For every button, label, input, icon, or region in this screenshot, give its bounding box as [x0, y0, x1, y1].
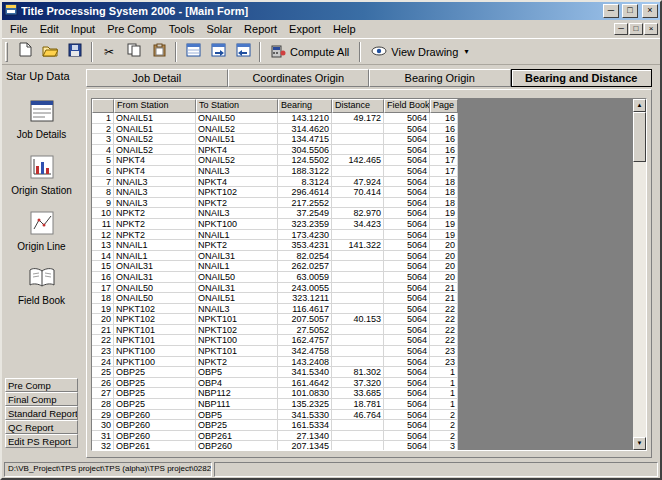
table-row[interactable]: 3ONAIL52ONAIL51134.4715506416 [92, 134, 458, 145]
mdi-restore-button[interactable]: □ [629, 23, 643, 35]
cell-page[interactable]: 2 [430, 410, 458, 421]
cell-bearing[interactable]: 37.2549 [278, 208, 332, 219]
cell-row-number[interactable]: 32 [92, 441, 114, 450]
table-row[interactable]: 20NPKT102NPKT101207.505740.153506422 [92, 314, 458, 325]
cell-page[interactable]: 22 [430, 304, 458, 315]
sidebar-item-origin-station[interactable]: Origin Station [5, 154, 78, 196]
grid-remove-button[interactable] [231, 41, 255, 63]
cell-distance[interactable] [332, 293, 384, 304]
cell-bearing[interactable]: 101.0830 [278, 388, 332, 399]
cell-page[interactable]: 17 [430, 155, 458, 166]
table-row[interactable]: 13NNAIL1NPKT2353.4231141.322506420 [92, 240, 458, 251]
cell-bearing[interactable]: 296.4614 [278, 187, 332, 198]
cell-field-book[interactable]: 5064 [384, 230, 430, 241]
cell-bearing[interactable]: 116.4617 [278, 304, 332, 315]
cell-field-book[interactable]: 5064 [384, 261, 430, 272]
cell-distance[interactable]: 141.322 [332, 240, 384, 251]
cell-field-book[interactable]: 5064 [384, 399, 430, 410]
cell-page[interactable]: 16 [430, 134, 458, 145]
cell-distance[interactable] [332, 283, 384, 294]
cell-bearing[interactable]: 8.3124 [278, 177, 332, 188]
close-button[interactable]: × [642, 4, 658, 18]
cell-row-number[interactable]: 6 [92, 166, 114, 177]
cell-field-book[interactable]: 5064 [384, 272, 430, 283]
cell-field-book[interactable]: 5064 [384, 304, 430, 315]
cell-from-station[interactable]: OBP25 [114, 367, 196, 378]
cell-distance[interactable] [332, 251, 384, 262]
cell-field-book[interactable]: 5064 [384, 219, 430, 230]
cell-bearing[interactable]: 135.2325 [278, 399, 332, 410]
cell-row-number[interactable]: 22 [92, 335, 114, 346]
cell-field-book[interactable]: 5064 [384, 441, 430, 450]
cell-to-station[interactable]: OBP260 [196, 441, 278, 450]
cut-button[interactable]: ✂ [97, 41, 121, 63]
cell-to-station[interactable]: ONAIL31 [196, 283, 278, 294]
cell-bearing[interactable]: 323.1211 [278, 293, 332, 304]
cell-to-station[interactable]: NPKT100 [196, 219, 278, 230]
cell-bearing[interactable]: 262.0257 [278, 261, 332, 272]
cell-distance[interactable]: 49.172 [332, 113, 384, 124]
cell-bearing[interactable]: 341.5330 [278, 410, 332, 421]
cell-bearing[interactable]: 143.1210 [278, 113, 332, 124]
cell-field-book[interactable]: 5064 [384, 177, 430, 188]
cell-row-number[interactable]: 17 [92, 283, 114, 294]
copy-button[interactable] [122, 41, 146, 63]
cell-page[interactable]: 18 [430, 177, 458, 188]
cell-from-station[interactable]: NPKT2 [114, 219, 196, 230]
cell-page[interactable]: 1 [430, 388, 458, 399]
cell-row-number[interactable]: 8 [92, 187, 114, 198]
cell-bearing[interactable]: 27.1340 [278, 431, 332, 442]
cell-bearing[interactable]: 173.4230 [278, 230, 332, 241]
table-row[interactable]: 16ONAIL31ONAIL5063.0059506420 [92, 272, 458, 283]
cell-row-number[interactable]: 18 [92, 293, 114, 304]
cell-row-number[interactable]: 31 [92, 431, 114, 442]
cell-page[interactable]: 3 [430, 441, 458, 450]
cell-distance[interactable] [332, 325, 384, 336]
cell-field-book[interactable]: 5064 [384, 293, 430, 304]
vertical-scrollbar[interactable]: ▲ ▼ [633, 99, 646, 450]
cell-bearing[interactable]: 342.4758 [278, 346, 332, 357]
cell-bearing[interactable]: 217.2552 [278, 198, 332, 209]
cell-page[interactable]: 1 [430, 378, 458, 389]
cell-to-station[interactable]: NPKT2 [196, 357, 278, 368]
mdi-minimize-button[interactable]: ─ [614, 23, 628, 35]
table-row[interactable]: 32OBP261OBP260207.134550643 [92, 441, 458, 450]
cell-distance[interactable]: 18.781 [332, 399, 384, 410]
cell-to-station[interactable]: NPKT4 [196, 177, 278, 188]
cell-field-book[interactable]: 5064 [384, 314, 430, 325]
cell-bearing[interactable]: 134.4715 [278, 134, 332, 145]
table-row[interactable]: 23NPKT100NPKT101342.4758506423 [92, 346, 458, 357]
cell-bearing[interactable]: 63.0059 [278, 272, 332, 283]
cell-from-station[interactable]: NNAIL1 [114, 251, 196, 262]
cell-distance[interactable] [332, 145, 384, 156]
table-row[interactable]: 31OBP260OBP26127.134050642 [92, 431, 458, 442]
table-row[interactable]: 1ONAIL51ONAIL50143.121049.172506416 [92, 113, 458, 124]
cell-distance[interactable]: 46.764 [332, 410, 384, 421]
grid-insert-button[interactable] [181, 41, 205, 63]
cell-to-station[interactable]: NBP112 [196, 388, 278, 399]
cell-field-book[interactable]: 5064 [384, 431, 430, 442]
cell-from-station[interactable]: OBP261 [114, 441, 196, 450]
qc-report-button[interactable]: QC Report [5, 420, 78, 434]
sidebar-item-field-book[interactable]: Field Book [5, 266, 78, 306]
cell-distance[interactable]: 33.685 [332, 388, 384, 399]
cell-bearing[interactable]: 162.4757 [278, 335, 332, 346]
cell-page[interactable]: 1 [430, 399, 458, 410]
cell-page[interactable]: 20 [430, 251, 458, 262]
cell-page[interactable]: 17 [430, 166, 458, 177]
cell-from-station[interactable]: NPKT102 [114, 314, 196, 325]
dropdown-arrow-icon[interactable]: ▾ [464, 47, 468, 56]
table-row[interactable]: 26OBP25OBP4161.464237.32050641 [92, 378, 458, 389]
cell-to-station[interactable]: NPKT4 [196, 145, 278, 156]
cell-page[interactable]: 18 [430, 198, 458, 209]
table-row[interactable]: 28OBP25NBP111135.232518.78150641 [92, 399, 458, 410]
cell-to-station[interactable]: NNAIL3 [196, 166, 278, 177]
cell-page[interactable]: 18 [430, 187, 458, 198]
cell-field-book[interactable]: 5064 [384, 155, 430, 166]
cell-row-number[interactable]: 4 [92, 145, 114, 156]
column-header-bearing[interactable]: Bearing [278, 99, 332, 113]
table-row[interactable]: 18ONAIL50ONAIL51323.1211506421 [92, 293, 458, 304]
cell-distance[interactable]: 47.924 [332, 177, 384, 188]
cell-field-book[interactable]: 5064 [384, 357, 430, 368]
cell-distance[interactable] [332, 272, 384, 283]
